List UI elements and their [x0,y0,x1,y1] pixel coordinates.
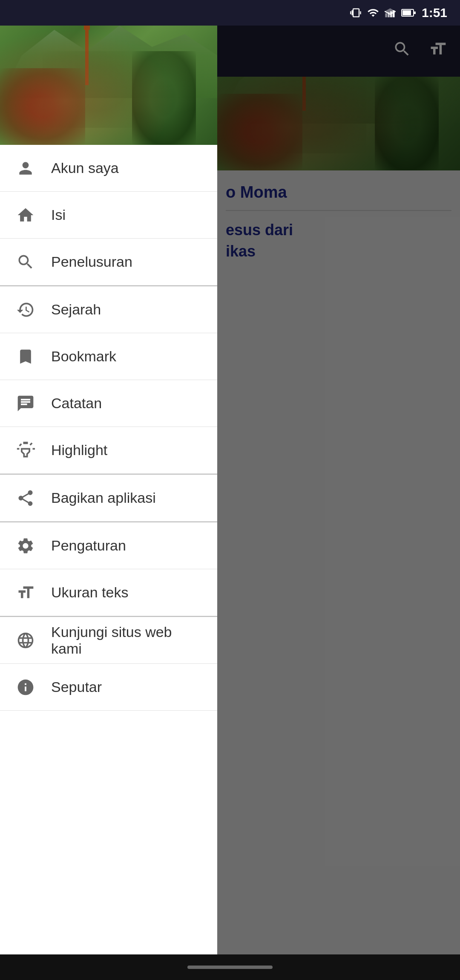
sidebar-item-penelusuran[interactable]: Penelusuran [0,239,217,285]
sidebar-item-label: Highlight [51,442,107,458]
sidebar-item-label: Akun saya [51,160,119,176]
home-indicator [187,966,273,969]
svg-rect-2 [390,12,392,17]
svg-rect-3 [393,10,395,17]
sidebar-item-catatan[interactable]: Catatan [0,380,217,427]
share-icon [13,485,38,511]
status-icons: 1:51 [350,6,447,20]
sidebar-item-label: Seputar [51,679,102,695]
svg-rect-5 [402,10,411,15]
drawer: Akun saya Isi Penelusuran Sejarah [0,0,217,980]
text-size-icon [13,580,38,605]
sidebar-item-label: Pengaturan [51,537,126,554]
sidebar-item-label: Sejarah [51,301,101,318]
sidebar-item-label: Isi [51,207,66,223]
sidebar-item-akun-saya[interactable]: Akun saya [0,145,217,192]
sidebar-item-kunjungi-situs[interactable]: Kunjungi situs web kami [0,617,217,664]
highlight-icon [13,438,38,463]
info-icon [13,674,38,700]
status-bar: 1:51 [0,0,460,26]
sidebar-item-label: Penelusuran [51,254,132,270]
sidebar-item-label: Kunjungi situs web kami [51,624,204,657]
sidebar-item-label: Bagikan aplikasi [51,490,156,506]
web-icon [13,628,38,653]
status-time: 1:51 [422,6,447,20]
sidebar-item-isi[interactable]: Isi [0,192,217,239]
history-icon [13,297,38,323]
search-menu-icon [13,249,38,275]
bottom-nav [0,954,460,980]
svg-rect-0 [385,13,387,17]
drawer-menu: Akun saya Isi Penelusuran Sejarah [0,145,217,980]
notes-icon [13,391,38,416]
settings-icon [13,533,38,559]
svg-rect-1 [388,12,390,17]
sidebar-item-bookmark[interactable]: Bookmark [0,333,217,380]
sidebar-item-pengaturan[interactable]: Pengaturan [0,522,217,569]
sidebar-item-label: Catatan [51,395,102,412]
svg-rect-6 [414,12,416,14]
home-icon [13,202,38,228]
bookmark-icon [13,344,38,369]
sidebar-item-ukuran-teks[interactable]: Ukuran teks [0,569,217,616]
sidebar-item-label: Bookmark [51,348,116,365]
sidebar-item-highlight[interactable]: Highlight [0,427,217,474]
sidebar-item-bagikan-aplikasi[interactable]: Bagikan aplikasi [0,475,217,522]
drawer-overlay[interactable] [217,0,460,980]
person-icon [13,156,38,181]
sidebar-item-seputar[interactable]: Seputar [0,664,217,711]
sidebar-item-sejarah[interactable]: Sejarah [0,286,217,333]
sidebar-item-label: Ukuran teks [51,584,128,601]
